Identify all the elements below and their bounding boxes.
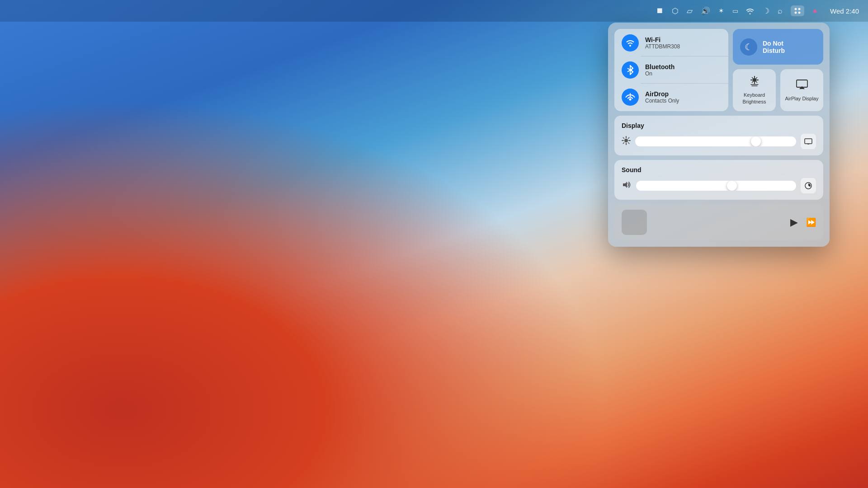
svg-line-16: [756, 78, 757, 79]
now-playing-controls: ▶ ⏩: [790, 216, 816, 228]
forward-button[interactable]: ⏩: [806, 217, 816, 227]
airdrop-tile[interactable]: AirDrop Contacts Only: [614, 84, 728, 110]
menubar-icons: ⏹ ⬡ ▱ 🔊 ✶ ▭ ☽ ⌕ ●: [656, 5, 817, 16]
svg-point-7: [629, 99, 632, 101]
svg-line-29: [623, 142, 624, 143]
volume-slider-icon: [622, 181, 632, 191]
svg-point-0: [795, 8, 797, 10]
svg-line-14: [752, 78, 753, 79]
display-slider-row: [622, 134, 816, 149]
svg-rect-30: [805, 139, 812, 144]
tiles-row: Wi-Fi ATTDBMR308 Bluetooth On: [614, 29, 823, 111]
play-button[interactable]: ▶: [790, 216, 798, 228]
svg-point-3: [798, 12, 801, 14]
do-not-disturb-menubar-icon[interactable]: ☽: [763, 6, 769, 16]
volume-icon[interactable]: 🔊: [701, 6, 710, 16]
svg-point-4: [629, 45, 631, 47]
keyboard-brightness-tile[interactable]: Keyboard Brightness: [733, 69, 776, 111]
svg-point-1: [798, 8, 801, 10]
do-not-disturb-icon: ☾: [740, 38, 757, 56]
svg-line-26: [623, 137, 624, 138]
bluetooth-tile-title: Bluetooth: [645, 63, 675, 70]
spotlight-icon[interactable]: ⌕: [778, 6, 783, 16]
wifi-tile-subtitle: ATTDBMR308: [645, 43, 680, 50]
svg-point-9: [753, 78, 756, 82]
screen-record-icon[interactable]: ⏹: [656, 6, 664, 15]
brightness-slider[interactable]: [635, 136, 796, 146]
sound-section: Sound: [614, 160, 823, 200]
svg-point-21: [624, 139, 628, 142]
wifi-menubar-icon[interactable]: [745, 7, 755, 14]
do-not-disturb-label: Do NotDisturb: [763, 40, 785, 54]
keyboard-brightness-label: Keyboard Brightness: [737, 92, 771, 105]
battery-icon[interactable]: ▭: [732, 7, 737, 14]
svg-point-2: [795, 12, 797, 14]
svg-rect-31: [807, 144, 809, 145]
dropbox-icon[interactable]: ⬡: [672, 6, 679, 16]
airdrop-tile-text: AirDrop Contacts Only: [645, 90, 679, 104]
keyboard-brightness-icon: [748, 75, 761, 89]
airdrop-tile-icon: [622, 89, 639, 106]
sound-output-icon[interactable]: [801, 178, 816, 193]
feature-tiles: ☾ Do NotDisturb: [733, 29, 823, 111]
svg-rect-20: [797, 80, 807, 87]
airplay-display-tile[interactable]: AirPlay Display: [780, 69, 823, 111]
bluetooth-tile[interactable]: Bluetooth On: [614, 57, 728, 83]
svg-line-15: [756, 82, 757, 83]
menubar-time: Wed 2:40: [830, 7, 859, 15]
album-art: [622, 210, 647, 235]
small-tiles-row: Keyboard Brightness AirPlay Display: [733, 69, 823, 111]
bluetooth-tile-icon: [622, 61, 639, 79]
brightness-icon: [622, 136, 631, 147]
bluetooth-tile-text: Bluetooth On: [645, 63, 675, 77]
airplay-mirror-icon[interactable]: ▱: [687, 6, 693, 16]
control-center-icon[interactable]: [791, 5, 804, 16]
sound-slider-row: [622, 178, 816, 193]
siri-icon[interactable]: ●: [812, 6, 817, 16]
airdrop-tile-title: AirDrop: [645, 90, 679, 98]
bluetooth-menubar-icon[interactable]: ✶: [718, 7, 724, 15]
wifi-tile-icon: [622, 34, 639, 52]
display-section: Display: [614, 116, 823, 155]
sound-title: Sound: [622, 166, 816, 174]
now-playing-section: ▶ ⏩: [614, 204, 823, 240]
bluetooth-tile-subtitle: On: [645, 70, 675, 77]
airplay-display-icon: [796, 79, 808, 93]
connectivity-tiles: Wi-Fi ATTDBMR308 Bluetooth On: [614, 29, 728, 111]
do-not-disturb-tile[interactable]: ☾ Do NotDisturb: [733, 29, 823, 65]
volume-slider[interactable]: [636, 181, 796, 191]
display-title: Display: [622, 122, 816, 129]
wifi-tile[interactable]: Wi-Fi ATTDBMR308: [614, 30, 728, 56]
airplay-display-label: AirPlay Display: [785, 95, 819, 102]
svg-line-17: [752, 82, 753, 83]
svg-line-27: [628, 142, 629, 143]
wifi-tile-title: Wi-Fi: [645, 36, 680, 43]
wifi-tile-text: Wi-Fi ATTDBMR308: [645, 36, 680, 50]
menubar: ⏹ ⬡ ▱ 🔊 ✶ ▭ ☽ ⌕ ● Wed 2:40: [0, 0, 868, 22]
display-settings-icon[interactable]: [801, 134, 816, 149]
airdrop-tile-subtitle: Contacts Only: [645, 98, 679, 104]
svg-marker-32: [623, 182, 627, 188]
control-center-panel: Wi-Fi ATTDBMR308 Bluetooth On: [608, 23, 830, 247]
svg-line-28: [628, 137, 629, 138]
